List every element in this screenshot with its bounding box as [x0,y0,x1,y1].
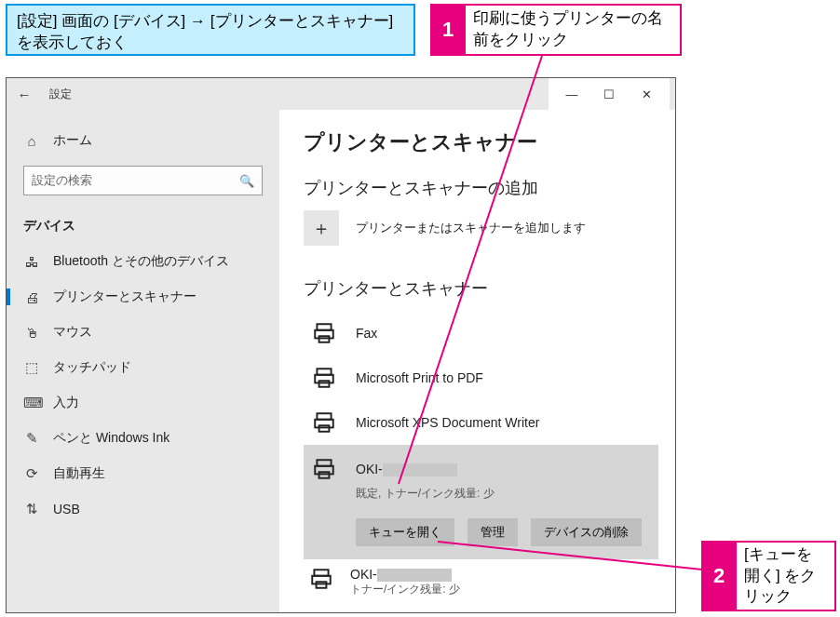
sidebar-item-label: 自動再生 [53,465,105,482]
sidebar-item-typing[interactable]: ⌨ 入力 [7,385,279,421]
window-title: 設定 [49,87,72,102]
manage-button[interactable]: 管理 [467,518,518,546]
svg-rect-5 [319,381,330,387]
printer-name: OKI- [356,462,457,476]
sidebar-item-label: マウス [53,324,92,341]
printer-icon [309,363,339,393]
section-list-heading: プリンターとスキャナー [304,277,658,300]
add-button[interactable]: ＋ [304,210,339,246]
svg-rect-3 [317,369,331,375]
main-pane: プリンターとスキャナー プリンターとスキャナーの追加 ＋ プリンターまたはスキャ… [279,110,675,612]
callout-step1: 1 印刷に使うプリンターの名前をクリック [430,4,682,56]
printer-item-pdf[interactable]: Microsoft Print to PDF [304,355,658,400]
maximize-button[interactable]: ☐ [593,87,625,101]
mouse-icon: 🖱 [23,325,40,341]
printer-icon [309,454,339,484]
printer-item-fax[interactable]: Fax [304,311,658,355]
svg-rect-11 [319,472,330,478]
sidebar-item-touchpad[interactable]: ⬚ タッチパッド [7,350,279,385]
sidebar-home[interactable]: ⌂ ホーム [7,123,279,158]
printer-action-row: キューを開く 管理 デバイスの削除 [356,518,653,546]
printer-icon: 🖨 [23,289,40,305]
sidebar-item-printers[interactable]: 🖨 プリンターとスキャナー [7,279,279,315]
section-add-heading: プリンターとスキャナーの追加 [304,177,658,199]
sidebar-home-label: ホーム [53,132,92,149]
sidebar-item-label: USB [53,502,80,516]
redacted-text [377,569,452,582]
close-button[interactable]: ✕ [630,87,662,101]
titlebar: ← 設定 — ☐ ✕ [7,78,675,110]
printer-item-oki-selected[interactable]: OKI- 既定, トナー/インク残量: 少 キューを開く 管理 デバイスの削除 [304,445,658,559]
usb-icon: ⇅ [23,501,40,517]
add-printer-label: プリンターまたはスキャナーを追加します [356,220,586,236]
printer-status: 既定, トナー/インク残量: 少 [356,486,653,502]
printer-item-xps[interactable]: Microsoft XPS Document Writer [304,400,658,445]
sidebar-item-pen[interactable]: ✎ ペンと Windows Ink [7,421,279,456]
printer-name: Microsoft XPS Document Writer [356,415,539,430]
callout-prep-text: [設定] 画面の [デバイス] → [プリンターとスキャナー] を表示しておく [17,12,393,51]
back-button[interactable]: ← [12,87,36,102]
remove-device-button[interactable]: デバイスの削除 [531,518,642,546]
sidebar-group-devices: デバイス [7,208,279,244]
touchpad-icon: ⬚ [23,359,40,376]
callout-prep: [設定] 画面の [デバイス] → [プリンターとスキャナー] を表示しておく [6,4,415,56]
printer-icon [309,408,339,437]
svg-rect-6 [317,413,331,420]
printer-name: Microsoft Print to PDF [356,370,483,385]
sidebar-item-label: プリンターとスキャナー [53,288,196,305]
search-placeholder: 設定の検索 [32,172,92,189]
svg-rect-2 [319,336,330,342]
svg-rect-9 [317,460,331,466]
plus-icon: ＋ [312,216,331,241]
sidebar-item-bluetooth[interactable]: 🖧 Bluetooth とその他のデバイス [7,244,279,279]
sidebar-item-autoplay[interactable]: ⟳ 自動再生 [7,456,279,491]
printer-icon [309,567,333,594]
callout-step1-num: 1 [430,4,466,56]
sidebar-item-usb[interactable]: ⇅ USB [7,491,279,527]
open-queue-button[interactable]: キューを開く [356,518,454,546]
keyboard-icon: ⌨ [23,395,40,411]
sidebar-item-label: タッチパッド [53,359,131,376]
bluetooth-icon: 🖧 [23,254,40,270]
page-title: プリンターとスキャナー [304,128,658,156]
printer-name: Fax [356,326,377,341]
callout-step1-text: 印刷に使うプリンターの名前をクリック [466,4,682,56]
printer-status: トナー/インク残量: 少 [350,582,460,597]
pen-icon: ✎ [23,430,40,447]
window-body: ⌂ ホーム 設定の検索 🔍 デバイス 🖧 Bluetooth とその他のデバイス… [7,110,675,612]
svg-rect-14 [317,582,327,588]
minimize-button[interactable]: — [556,87,588,101]
home-icon: ⌂ [23,133,40,149]
settings-window: ← 設定 — ☐ ✕ ⌂ ホーム 設定の検索 🔍 デバイス 🖧 Bluetoot… [6,77,676,613]
redacted-text [383,463,457,476]
callout-step2-num: 2 [701,541,737,611]
printer-name-prefix: OKI- [356,462,383,476]
svg-rect-8 [319,425,330,432]
sidebar-item-label: 入力 [53,395,79,411]
printer-item-oki-last[interactable]: OKI- トナー/インク残量: 少 [304,559,658,597]
sidebar-item-label: ペンと Windows Ink [53,430,169,447]
sidebar: ⌂ ホーム 設定の検索 🔍 デバイス 🖧 Bluetooth とその他のデバイス… [7,110,279,612]
svg-rect-0 [317,324,331,330]
printer-name: OKI- [350,567,460,582]
search-icon: 🔍 [239,174,254,188]
printer-name-prefix: OKI- [350,567,377,582]
callout-step2-text: [キューを開く] をクリック [737,541,836,611]
add-printer-row[interactable]: ＋ プリンターまたはスキャナーを追加します [304,210,658,246]
sidebar-item-mouse[interactable]: 🖱 マウス [7,315,279,350]
printer-icon [309,318,339,348]
sidebar-item-label: Bluetooth とその他のデバイス [53,253,229,270]
callout-step2: 2 [キューを開く] をクリック [701,541,836,611]
window-controls: — ☐ ✕ [549,78,670,110]
autoplay-icon: ⟳ [23,465,40,482]
search-input[interactable]: 設定の検索 🔍 [23,166,263,195]
